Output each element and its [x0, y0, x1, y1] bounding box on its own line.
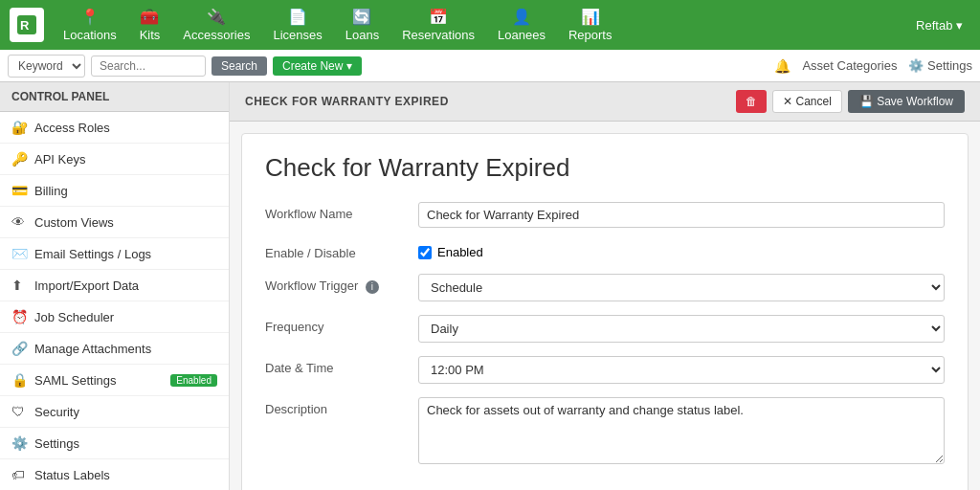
nav-reports-label: Reports [568, 28, 612, 42]
description-control: Check for assets out of warranty and cha… [418, 397, 945, 467]
form-title: Check for Warranty Expired [265, 153, 945, 183]
sidebar-item-custom-views[interactable]: 👁 Custom Views [0, 207, 229, 238]
datetime-select[interactable]: 12:00 PM 1:00 PM 2:00 PM [418, 356, 945, 384]
manage-attachments-icon: 🔗 [11, 341, 27, 356]
workflow-name-row: Workflow Name [265, 202, 945, 228]
search-bar: Keyword Search Create New ▾ 🔔 Asset Cate… [0, 50, 980, 82]
sidebar-item-label: Access Roles [34, 121, 110, 135]
workflow-trigger-select[interactable]: Schedule Event [418, 274, 945, 301]
reports-icon: 📊 [581, 8, 600, 26]
sidebar-item-label: Job Scheduler [34, 310, 114, 324]
billing-icon: 💳 [11, 183, 27, 198]
sidebar-item-security[interactable]: 🛡 Security [0, 396, 229, 428]
sidebar-item-label: Status Labels [34, 468, 110, 482]
saml-enabled-badge: Enabled [170, 374, 217, 387]
sidebar-item-access-roles[interactable]: 🔐 Access Roles [0, 112, 229, 144]
sidebar-item-label: Settings [34, 436, 79, 451]
custom-views-icon: 👁 [11, 214, 27, 230]
saml-settings-icon: 🔒 [11, 372, 27, 388]
nav-licenses[interactable]: 📄 Licenses [263, 4, 331, 46]
sidebar-item-settings[interactable]: ⚙️ Settings [0, 428, 229, 459]
trigger-info-icon[interactable]: i [366, 280, 379, 294]
search-button[interactable]: Search [212, 56, 267, 76]
nav-accessories[interactable]: 🔌 Accessories [173, 4, 259, 46]
nav-kits[interactable]: 🧰 Kits [130, 4, 170, 46]
delete-button[interactable]: 🗑 [736, 90, 767, 113]
search-bar-right: 🔔 Asset Categories ⚙️ Settings [774, 58, 972, 74]
sidebar-item-manage-attachments[interactable]: 🔗 Manage Attachments [0, 333, 229, 365]
enable-disable-text: Enabled [437, 245, 483, 259]
search-input[interactable] [91, 56, 206, 77]
nav-loans[interactable]: 🔄 Loans [336, 4, 389, 46]
workflow-name-label: Workflow Name [265, 202, 418, 221]
description-label: Description [265, 397, 418, 416]
enable-disable-row: Enable / Disable Enabled [265, 241, 945, 260]
status-labels-icon: 🏷 [11, 467, 27, 482]
enable-disable-checkbox[interactable] [418, 246, 432, 259]
sidebar-item-import-export[interactable]: ⬆ Import/Export Data [0, 270, 229, 301]
sidebar-item-api-keys[interactable]: 🔑 API Keys [0, 144, 229, 175]
keyword-select[interactable]: Keyword [8, 55, 85, 78]
reftab-dropdown[interactable]: Reftab ▾ [908, 14, 970, 36]
main-layout: CONTROL PANEL 🔐 Access Roles 🔑 API Keys … [0, 82, 980, 490]
save-workflow-button[interactable]: 💾 Save Workflow [848, 90, 965, 113]
content-header-title: CHECK FOR WARRANTY EXPIRED [245, 95, 449, 108]
sidebar-item-status-labels[interactable]: 🏷 Status Labels [0, 459, 229, 490]
sidebar-item-label: SAML Settings [34, 373, 117, 388]
workflow-name-control [418, 202, 945, 228]
content-area: CHECK FOR WARRANTY EXPIRED 🗑 ✕ Cancel 💾 … [230, 82, 980, 490]
workflow-trigger-row: Workflow Trigger i Schedule Event [265, 274, 945, 301]
frequency-select[interactable]: Daily Weekly Monthly [418, 315, 945, 343]
reservations-icon: 📅 [429, 8, 448, 26]
sidebar-item-label: Email Settings / Logs [34, 247, 151, 261]
header-buttons: 🗑 ✕ Cancel 💾 Save Workflow [736, 90, 965, 113]
sidebar-item-label: Custom Views [34, 215, 114, 230]
api-keys-icon: 🔑 [11, 151, 27, 167]
loanees-icon: 👤 [512, 8, 531, 26]
nav-reports[interactable]: 📊 Reports [559, 4, 622, 46]
content-header: CHECK FOR WARRANTY EXPIRED 🗑 ✕ Cancel 💾 … [230, 82, 980, 122]
enable-disable-control: Enabled [418, 241, 945, 259]
top-navigation: R 📍 Locations 🧰 Kits 🔌 Accessories 📄 Lic… [0, 0, 980, 50]
create-new-button[interactable]: Create New ▾ [273, 56, 362, 76]
cancel-button[interactable]: ✕ Cancel [772, 90, 842, 113]
enable-disable-label: Enable / Disable [265, 241, 418, 260]
datetime-row: Date & Time 12:00 PM 1:00 PM 2:00 PM [265, 356, 945, 384]
sidebar-item-label: Security [34, 405, 79, 419]
nav-items: 📍 Locations 🧰 Kits 🔌 Accessories 📄 Licen… [54, 4, 908, 46]
nav-kits-label: Kits [140, 28, 161, 42]
nav-accessories-label: Accessories [183, 28, 250, 42]
nav-locations-label: Locations [63, 28, 117, 42]
nav-locations[interactable]: 📍 Locations [54, 4, 126, 46]
settings-sidebar-icon: ⚙️ [11, 435, 27, 451]
import-export-icon: ⬆ [11, 278, 27, 293]
sidebar-item-job-scheduler[interactable]: ⏰ Job Scheduler [0, 301, 229, 333]
workflow-trigger-control: Schedule Event [418, 274, 945, 301]
sidebar-item-billing[interactable]: 💳 Billing [0, 175, 229, 207]
enable-disable-checkbox-row: Enabled [418, 241, 945, 259]
asset-categories-link[interactable]: Asset Categories [802, 58, 897, 73]
notification-icon[interactable]: 🔔 [774, 58, 791, 74]
security-icon: 🛡 [11, 404, 27, 419]
sidebar-item-label: Import/Export Data [34, 278, 139, 293]
description-textarea[interactable]: Check for assets out of warranty and cha… [418, 397, 945, 464]
nav-loans-label: Loans [345, 28, 379, 42]
nav-loanees[interactable]: 👤 Loanees [488, 4, 555, 46]
nav-reservations-label: Reservations [402, 28, 475, 42]
job-scheduler-icon: ⏰ [11, 309, 27, 324]
frequency-label: Frequency [265, 315, 418, 334]
loans-icon: 🔄 [352, 8, 371, 26]
sidebar-item-email-settings[interactable]: ✉️ Email Settings / Logs [0, 238, 229, 270]
licenses-icon: 📄 [288, 8, 307, 26]
sidebar-item-saml-settings[interactable]: 🔒 SAML Settings Enabled [0, 365, 229, 396]
sidebar-item-label: Manage Attachments [34, 342, 151, 356]
workflow-trigger-label: Workflow Trigger i [265, 274, 418, 294]
frequency-control: Daily Weekly Monthly [418, 315, 945, 343]
description-row: Description Check for assets out of warr… [265, 397, 945, 467]
sidebar-header: CONTROL PANEL [0, 82, 229, 112]
settings-link[interactable]: ⚙️ Settings [908, 58, 972, 73]
access-roles-icon: 🔐 [11, 120, 27, 135]
nav-reservations[interactable]: 📅 Reservations [392, 4, 484, 46]
workflow-name-input[interactable] [418, 202, 945, 228]
kits-icon: 🧰 [140, 8, 159, 26]
